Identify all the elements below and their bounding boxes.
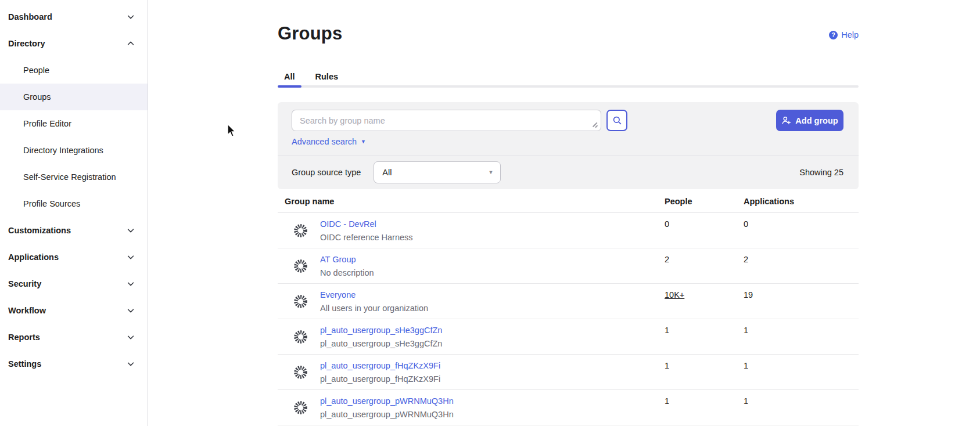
column-header-people: People xyxy=(665,197,692,206)
groups-admin-page: Dashboard Directory PeopleGroupsProfile … xyxy=(0,0,980,426)
sidebar-item-label: Self-Service Registration xyxy=(23,172,116,182)
people-count: 0 xyxy=(665,219,669,229)
page-title: Groups xyxy=(278,23,342,44)
content-area: ? Help Groups All Rules xyxy=(278,0,859,426)
chevron-down-icon xyxy=(127,333,135,341)
group-name-link[interactable]: pl_auto_usergroup_sHe3ggCfZn xyxy=(320,326,442,335)
sidebar-item-applications[interactable]: Applications xyxy=(0,244,148,270)
group-description: No description xyxy=(320,268,374,277)
search-section: Advanced search ▼ Add group xyxy=(278,102,859,155)
chevron-down-icon xyxy=(127,306,135,315)
sidebar-item-label: Applications xyxy=(8,252,59,262)
search-field-wrap xyxy=(292,110,601,131)
sidebar-item-label: Dashboard xyxy=(8,12,52,21)
group-name-link[interactable]: pl_auto_usergroup_fHqZKzX9Fi xyxy=(320,361,440,370)
people-count-link[interactable]: 10K+ xyxy=(665,290,684,299)
table-body: OIDC - DevRelOIDC reference Harness00 AT… xyxy=(278,213,859,425)
group-name-link[interactable]: Everyone xyxy=(320,290,356,299)
applications-count: 1 xyxy=(744,326,748,335)
advanced-search-label: Advanced search xyxy=(292,137,357,146)
advanced-search-link[interactable]: Advanced search ▼ xyxy=(292,137,366,146)
table-row: OIDC - DevRelOIDC reference Harness00 xyxy=(278,213,859,248)
group-icon xyxy=(293,294,308,309)
sidebar-item-people[interactable]: People xyxy=(0,57,148,84)
sidebar-item-label: Reports xyxy=(8,333,40,342)
group-icon xyxy=(293,400,308,415)
search-panel: Advanced search ▼ Add group xyxy=(278,102,859,189)
filter-section: Group source type All ▼ Showing 25 xyxy=(278,155,859,189)
search-icon xyxy=(612,115,622,125)
group-description: pl_auto_usergroup_fHqZKzX9Fi xyxy=(320,374,440,384)
group-description: pl_auto_usergroup_pWRNMuQ3Hn xyxy=(320,410,454,419)
sidebar-item-label: Directory Integrations xyxy=(23,146,103,155)
people-count: 2 xyxy=(665,255,669,264)
sidebar-item-label: Directory xyxy=(8,39,45,48)
table-row: pl_auto_usergroup_fHqZKzX9Fipl_auto_user… xyxy=(278,355,859,390)
search-button[interactable] xyxy=(606,110,627,131)
sidebar-item-label: Profile Sources xyxy=(23,199,80,208)
chevron-up-icon xyxy=(127,39,135,48)
sidebar-item-label: Customizations xyxy=(8,226,71,235)
sidebar-item-dashboard[interactable]: Dashboard xyxy=(0,3,148,30)
sidebar-item-workflow[interactable]: Workflow xyxy=(0,297,148,324)
tab-bar: All Rules xyxy=(278,66,859,88)
group-source-type-label: Group source type xyxy=(292,168,361,177)
search-input[interactable] xyxy=(292,110,601,131)
chevron-down-icon xyxy=(127,253,135,261)
group-source-type-select[interactable]: All ▼ xyxy=(374,161,501,183)
people-count: 1 xyxy=(665,361,669,370)
sidebar-item-label: Groups xyxy=(23,92,51,102)
sidebar-item-reports[interactable]: Reports xyxy=(0,324,148,351)
sidebar-item-settings[interactable]: Settings xyxy=(0,351,148,377)
sidebar-item-label: Settings xyxy=(8,359,41,369)
sidebar-item-profile-sources[interactable]: Profile Sources xyxy=(0,190,148,217)
group-name-link[interactable]: pl_auto_usergroup_pWRNMuQ3Hn xyxy=(320,396,454,406)
sidebar-item-security[interactable]: Security xyxy=(0,270,148,297)
help-label: Help xyxy=(841,30,859,39)
tab-all[interactable]: All xyxy=(278,66,301,88)
group-name-link[interactable]: OIDC - DevRel xyxy=(320,219,376,229)
sidebar-item-label: Profile Editor xyxy=(23,119,71,128)
group-description: All users in your organization xyxy=(320,304,428,313)
sidebar: Dashboard Directory PeopleGroupsProfile … xyxy=(0,0,148,426)
sidebar-item-label: Workflow xyxy=(8,306,46,315)
applications-count: 2 xyxy=(744,255,748,264)
add-group-button[interactable]: Add group xyxy=(776,110,843,131)
table-header-row: Group name People Applications xyxy=(278,194,859,213)
group-icon xyxy=(293,330,308,344)
table-row: EveryoneAll users in your organization10… xyxy=(278,284,859,319)
tab-rules[interactable]: Rules xyxy=(309,66,345,88)
sidebar-item-self-service-registration[interactable]: Self-Service Registration xyxy=(0,164,148,190)
help-icon: ? xyxy=(829,31,838,39)
people-count: 10K+ xyxy=(665,290,684,299)
people-count: 1 xyxy=(665,326,669,335)
sidebar-item-label: People xyxy=(23,66,49,75)
group-icon xyxy=(293,223,308,238)
help-link[interactable]: ? Help xyxy=(829,30,859,39)
group-icon xyxy=(293,259,308,273)
caret-down-icon: ▼ xyxy=(361,139,366,145)
sidebar-item-profile-editor[interactable]: Profile Editor xyxy=(0,110,148,137)
applications-count: 1 xyxy=(744,361,748,370)
column-header-applications: Applications xyxy=(744,197,794,206)
group-icon xyxy=(293,365,308,380)
sidebar-item-customizations[interactable]: Customizations xyxy=(0,217,148,244)
showing-count: Showing 25 xyxy=(799,168,843,177)
sidebar-item-directory-integrations[interactable]: Directory Integrations xyxy=(0,137,148,164)
add-person-icon xyxy=(781,115,791,125)
chevron-down-icon xyxy=(127,13,135,21)
column-header-group-name: Group name xyxy=(285,197,334,206)
chevron-down-icon xyxy=(127,226,135,234)
tab-all-label: All xyxy=(284,72,295,81)
sidebar-item-groups[interactable]: Groups xyxy=(0,84,148,110)
group-description: OIDC reference Harness xyxy=(320,233,413,242)
applications-count: 0 xyxy=(744,219,748,229)
applications-count: 1 xyxy=(744,396,748,406)
sidebar-item-label: Security xyxy=(8,279,41,288)
caret-down-icon: ▼ xyxy=(488,169,493,175)
group-description: pl_auto_usergroup_sHe3ggCfZn xyxy=(320,339,442,348)
sidebar-nav: Dashboard Directory PeopleGroupsProfile … xyxy=(0,3,148,377)
people-count: 1 xyxy=(665,396,669,406)
group-name-link[interactable]: AT Group xyxy=(320,255,356,264)
sidebar-item-directory[interactable]: Directory xyxy=(0,30,148,57)
